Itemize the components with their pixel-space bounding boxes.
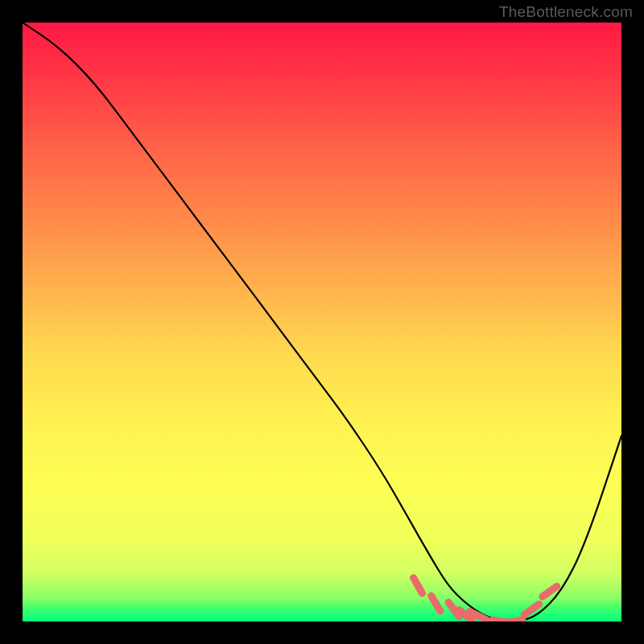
optimal-marker bbox=[482, 617, 498, 621]
chart-container: TheBottleneck.com bbox=[0, 0, 644, 644]
optimal-marker bbox=[470, 612, 486, 620]
optimal-markers bbox=[414, 578, 557, 621]
watermark-text: TheBottleneck.com bbox=[499, 3, 633, 21]
bottleneck-curve bbox=[23, 23, 621, 621]
chart-svg bbox=[23, 23, 621, 621]
optimal-marker bbox=[543, 586, 557, 597]
optimal-marker bbox=[414, 578, 423, 593]
optimal-marker bbox=[493, 620, 510, 621]
optimal-marker bbox=[524, 605, 539, 615]
optimal-marker bbox=[505, 620, 522, 621]
curve-group bbox=[23, 23, 621, 621]
optimal-marker bbox=[459, 610, 473, 621]
optimal-marker bbox=[431, 596, 440, 611]
optimal-marker bbox=[448, 602, 459, 617]
plot-area bbox=[23, 23, 621, 621]
